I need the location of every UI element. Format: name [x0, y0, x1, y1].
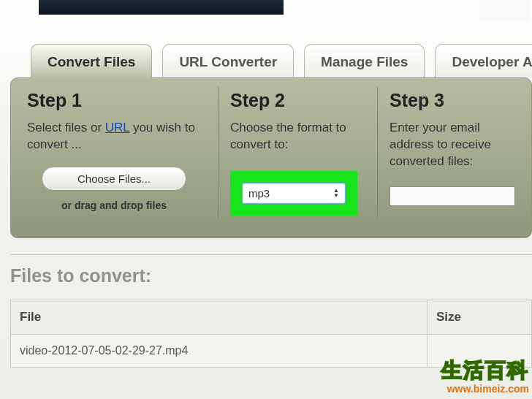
tab-url-converter[interactable]: URL Converter [162, 44, 294, 78]
files-to-convert-heading: Files to convert: [10, 265, 532, 286]
table-row[interactable]: video-2012-07-05-02-29-27.mp4 [11, 334, 532, 367]
tab-row: Convert Files URL Converter Manage Files… [10, 44, 532, 78]
table-cell-file: video-2012-07-05-02-29-27.mp4 [11, 334, 428, 367]
table-header-file: File [11, 300, 428, 334]
table-header-size: Size [428, 300, 532, 334]
divider [10, 254, 532, 255]
step-2-text: Choose the format to convert to: [230, 120, 365, 153]
format-select-value: mp3 [248, 187, 270, 200]
step-1-heading: Step 1 [27, 90, 206, 111]
header-pale-block [479, 0, 531, 20]
step-2-heading: Step 2 [230, 90, 365, 111]
choose-files-button[interactable]: Choose Files... [42, 167, 186, 191]
select-arrows-icon: ▲▼ [333, 188, 339, 198]
url-link[interactable]: URL [105, 121, 129, 134]
watermark-url: www.bimeiz.com [441, 383, 529, 395]
step-3-heading: Step 3 [390, 90, 527, 111]
step-3-text: Enter your email address to receive conv… [390, 120, 527, 170]
format-highlight: mp3 ▲▼ [230, 171, 357, 216]
step-1: Step 1 Select files or URL you wish to c… [15, 87, 218, 218]
step-3: Step 3 Enter your email address to recei… [378, 87, 532, 218]
drag-drop-text: or drag and drop files [42, 200, 186, 211]
main-container: Convert Files URL Converter Manage Files… [10, 44, 532, 368]
tab-convert-files[interactable]: Convert Files [31, 44, 152, 78]
tab-developer-api[interactable]: Developer API [435, 44, 532, 78]
tab-manage-files[interactable]: Manage Files [304, 44, 425, 78]
step-1-text: Select files or URL you wish to convert … [27, 120, 206, 153]
header-dark-strip [39, 0, 284, 15]
format-select[interactable]: mp3 ▲▼ [242, 183, 346, 204]
step-2: Step 2 Choose the format to convert to: … [218, 87, 378, 218]
steps-panel: Step 1 Select files or URL you wish to c… [10, 77, 532, 238]
step-1-text-a: Select files or [27, 121, 105, 134]
table-header-row: File Size [11, 300, 532, 334]
files-table: File Size video-2012-07-05-02-29-27.mp4 [10, 300, 532, 368]
table-cell-size [428, 334, 532, 367]
email-input[interactable] [390, 186, 515, 206]
